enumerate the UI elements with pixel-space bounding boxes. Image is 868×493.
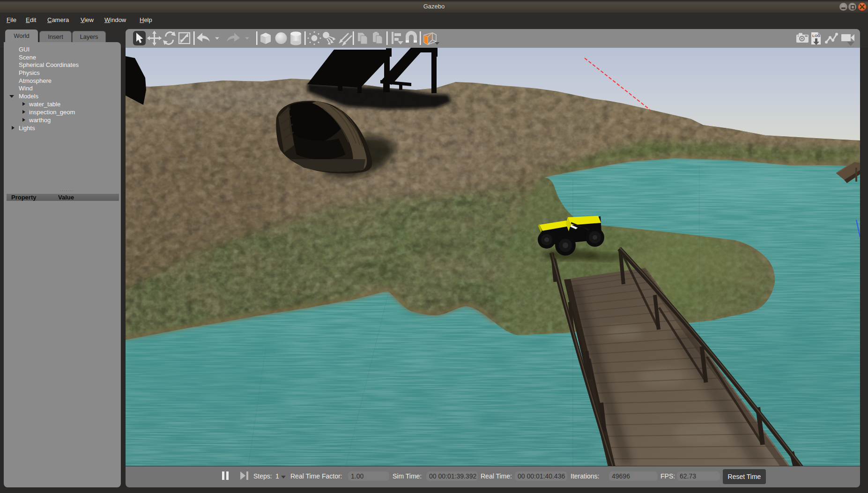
svg-text:LOG: LOG: [812, 34, 820, 38]
